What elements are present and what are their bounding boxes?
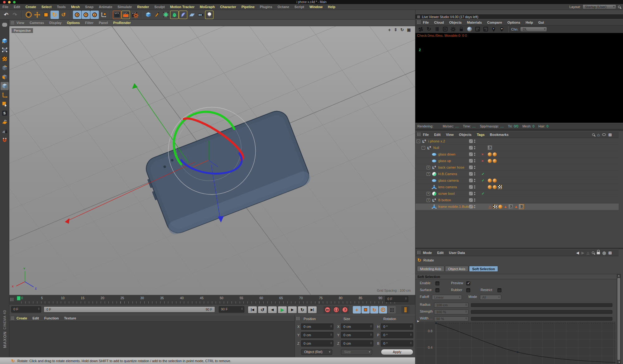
add-camera-icon[interactable] [196, 11, 205, 19]
eye-icon[interactable] [602, 133, 606, 136]
rubber-checkbox[interactable] [466, 288, 470, 292]
size-mode-dropdown[interactable]: Size [341, 349, 372, 355]
unknown-tag-icon[interactable]: ? [509, 204, 513, 209]
menu-edit[interactable]: Edit [32, 316, 39, 320]
strength-field[interactable]: 100 % [434, 309, 468, 314]
visibility-dots-icon[interactable] [474, 153, 475, 156]
falloff-curve-editor[interactable]: ▶ 0.8 0.4 [416, 322, 616, 364]
render-settings-icon[interactable] [130, 11, 139, 19]
enabled-mark-icon[interactable]: ✓ [482, 192, 484, 196]
model-mode-icon[interactable] [1, 82, 9, 90]
falloff-dropdown[interactable]: Linear [432, 295, 462, 300]
visibility-dots-icon[interactable] [474, 146, 475, 149]
menu-character[interactable]: Character [220, 5, 236, 9]
clay-frame-1-icon[interactable] [473, 26, 482, 33]
menu-prorender[interactable]: ProRender [113, 21, 131, 25]
coordinate-field[interactable]: 0 cm [301, 332, 333, 338]
channel-parameter-button[interactable]: P [379, 306, 387, 314]
expand-toggle-icon[interactable]: − [417, 140, 420, 143]
add-panel-icon[interactable]: ⊞ [608, 251, 612, 255]
panel-drag-handle[interactable] [11, 316, 14, 320]
mode-tool-icon[interactable] [1, 21, 9, 29]
menu-script[interactable]: Script [295, 5, 304, 9]
menu-tools[interactable]: Tools [57, 5, 66, 9]
expand-toggle-icon[interactable]: + [427, 199, 430, 202]
visibility-toggles[interactable] [469, 185, 475, 189]
menu-animate[interactable]: Animate [99, 5, 112, 9]
menu-window[interactable]: Window [309, 5, 323, 9]
visibility-toggles[interactable] [469, 179, 475, 182]
history-back-icon[interactable]: ◀ [576, 251, 579, 255]
texture-tag-icon[interactable] [493, 204, 497, 209]
add-pen-icon[interactable] [153, 11, 161, 19]
visibility-toggles[interactable] [469, 172, 475, 176]
scale-icon[interactable] [42, 11, 50, 19]
menu-edit[interactable]: Edit [14, 5, 20, 9]
object-name[interactable]: lens camera [438, 185, 457, 189]
phong-tag-icon[interactable]: ▲ [514, 204, 518, 209]
expand-toggle-icon[interactable]: + [427, 192, 430, 195]
restrict-checkbox[interactable] [497, 288, 501, 292]
visibility-toggles[interactable] [469, 205, 475, 208]
current-frame-field[interactable]: 0 F [385, 296, 408, 302]
radius-slider[interactable] [471, 303, 612, 307]
make-editable-icon[interactable] [1, 37, 9, 45]
keyframe-options-button[interactable]: ? [341, 306, 349, 314]
menu-edit[interactable]: Edit [434, 133, 441, 136]
material-tag-icon[interactable] [493, 159, 497, 163]
add-floor-icon[interactable] [188, 11, 196, 19]
layer-toggle-icon[interactable] [469, 192, 473, 195]
menu-gui[interactable]: Gui [538, 21, 544, 24]
layer-toggle-icon[interactable] [469, 165, 473, 169]
lock-icon[interactable] [597, 251, 600, 255]
material-tag-icon[interactable] [488, 185, 492, 189]
enable-checkbox[interactable] [435, 281, 439, 285]
object-row[interactable]: +H.B.Camera✓ [415, 171, 619, 177]
menu-view[interactable]: View [446, 133, 454, 136]
object-row[interactable]: −L0i phone x.2 [415, 138, 619, 145]
channel-dropdown[interactable]: DL [520, 27, 547, 32]
channel-point-level-button[interactable] [388, 306, 396, 314]
play-reverse-button[interactable]: ↺ [258, 306, 267, 314]
current-frame-marker[interactable] [17, 296, 21, 300]
menu-function[interactable]: Function [44, 316, 59, 320]
channel-position-button[interactable]: + [353, 306, 361, 314]
tab-soft-selection[interactable]: Soft Selection [469, 266, 498, 272]
menu-user-data[interactable]: User Data [449, 251, 465, 255]
menu-view[interactable]: View [17, 21, 24, 25]
width-field[interactable]: 50 % [434, 316, 468, 321]
menu-plugins[interactable]: Plugins [260, 5, 272, 9]
magnifier-icon[interactable] [592, 133, 595, 136]
menu-display[interactable]: Display [49, 21, 61, 25]
visibility-toggles[interactable] [469, 139, 475, 143]
channel-scale-button[interactable] [362, 306, 370, 314]
pan-icon[interactable]: + [388, 27, 391, 32]
menu-compare[interactable]: Compare [487, 21, 502, 24]
end-frame-field[interactable]: 90 F [219, 306, 244, 313]
object-name[interactable]: glass down [438, 152, 455, 156]
menu-file[interactable]: File [2, 5, 8, 9]
add-cube-icon[interactable] [144, 11, 152, 19]
object-row[interactable]: lens camera [415, 184, 619, 190]
object-name[interactable]: back camer hose [438, 165, 464, 169]
object-row[interactable]: +scrwe bool✓ [415, 190, 619, 197]
preview-checkbox[interactable] [466, 281, 470, 285]
edges-mode-icon[interactable] [1, 64, 9, 72]
live-selection-icon[interactable] [24, 11, 33, 19]
points-mode-icon[interactable] [1, 46, 9, 54]
object-row[interactable]: frame mobile.1-Buttons△▲?▲? [415, 204, 619, 210]
material-tag-icon[interactable] [488, 159, 492, 163]
width-slider[interactable] [471, 317, 612, 321]
last-tool-icon[interactable]: ↺ [59, 11, 68, 19]
menu-panel[interactable]: Panel [99, 21, 108, 25]
object-name[interactable]: i phone x.2 [428, 139, 445, 143]
layer-toggle-icon[interactable] [469, 198, 473, 202]
menu-mograph[interactable]: MoGraph [200, 5, 215, 9]
goto-start-button[interactable]: |◀ [248, 306, 257, 314]
frame-back-button[interactable]: ◀ [268, 306, 277, 314]
material-tag-icon[interactable] [493, 185, 497, 189]
timeline-range-slider[interactable]: 0 F 90 F [44, 306, 215, 313]
history-up-icon[interactable]: △ [587, 251, 589, 255]
panel-drag-handle[interactable] [417, 251, 420, 255]
apply-button[interactable]: Apply [381, 349, 413, 355]
